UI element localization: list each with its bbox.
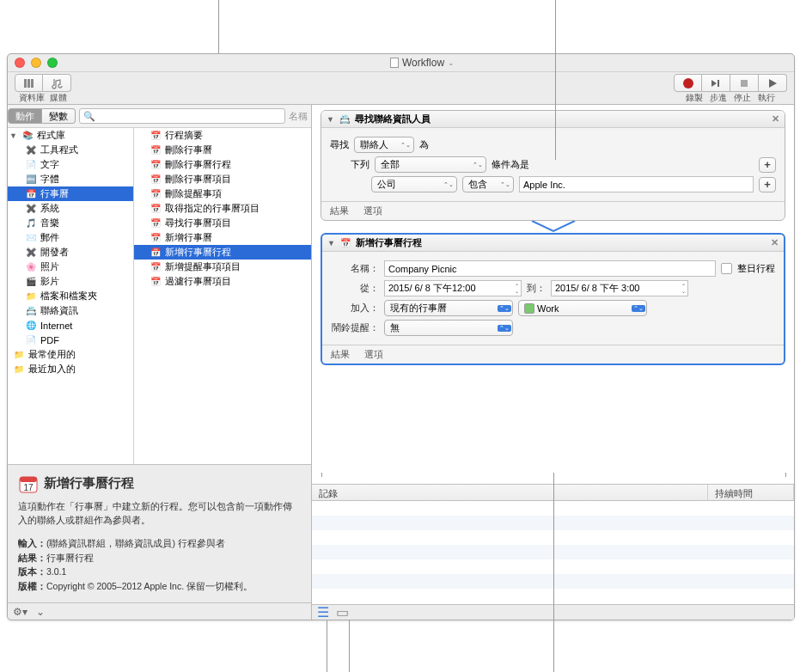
log-view-list-icon[interactable]: ☰ — [317, 604, 329, 620]
calendar-large-icon: 17 — [18, 473, 39, 494]
tab-actions[interactable]: 動作 — [8, 108, 42, 124]
category-files[interactable]: 📁檔案和檔案夾 — [8, 289, 133, 303]
scope-select[interactable]: 全部 — [375, 156, 486, 173]
calendar-icon: 📅 — [150, 188, 162, 200]
svg-rect-3 — [718, 80, 719, 87]
alarm-select[interactable]: 無 — [384, 320, 513, 336]
search-icon: 🔍 — [83, 111, 95, 122]
close-icon[interactable]: ✕ — [772, 113, 779, 125]
category-internet[interactable]: 🌐Internet — [8, 318, 133, 333]
calendar-icon: 📅 — [339, 237, 351, 249]
calendar-select[interactable]: Work — [518, 300, 647, 316]
action-find-contacts[interactable]: ▼ 📇 尋找聯絡資訊人員 ✕ 尋找 聯絡人 為 下列 — [321, 110, 785, 221]
action-item[interactable]: 📅新增行事曆 — [134, 230, 311, 245]
action-item[interactable]: 📅尋找行事曆項目 — [134, 216, 311, 230]
options-tab[interactable]: 選項 — [364, 349, 383, 359]
close-icon[interactable]: ✕ — [771, 237, 779, 248]
library-icon: 📚 — [21, 130, 34, 142]
log-view-grid-icon[interactable]: ▭ — [336, 604, 349, 620]
category-movies[interactable]: 🎬影片 — [8, 274, 133, 289]
category-utilities[interactable]: ✖️工具程式 — [8, 143, 133, 157]
find-target-select[interactable]: 聯絡人 — [354, 137, 414, 153]
category-developer[interactable]: ✖️開發者 — [8, 245, 133, 260]
library-root[interactable]: ▼ 📚 程式庫 — [8, 128, 133, 143]
action-item-selected[interactable]: 📅新增行事曆行程 — [134, 245, 311, 260]
svg-rect-6 — [20, 477, 37, 482]
disclosure-triangle-icon[interactable]: ▼ — [9, 131, 18, 140]
search-input[interactable]: 🔍 — [79, 108, 285, 124]
disclosure-icon[interactable]: ▼ — [327, 115, 334, 124]
collapse-icon[interactable]: ⌄ — [36, 606, 45, 618]
svg-rect-4 — [741, 80, 748, 87]
operator-select[interactable]: 包含 — [462, 176, 514, 192]
category-text[interactable]: 📄文字 — [8, 157, 133, 172]
add-condition-button[interactable]: + — [759, 157, 776, 173]
category-mail[interactable]: ✉️郵件 — [8, 230, 133, 245]
media-button[interactable] — [43, 74, 71, 92]
pdf-icon: 📄 — [25, 334, 37, 346]
calendar-icon: 📅 — [150, 232, 162, 244]
info-title: 新增行事曆行程 — [44, 475, 134, 492]
action-item[interactable]: 📅行程摘要 — [134, 128, 311, 143]
title-dropdown-icon[interactable]: ⌄ — [448, 58, 455, 67]
globe-icon: 🌐 — [25, 320, 37, 332]
results-tab[interactable]: 結果 — [331, 349, 350, 359]
library-label: 資料庫 — [19, 93, 45, 102]
category-fonts[interactable]: 🔤字體 — [8, 172, 133, 186]
field-select[interactable]: 公司 — [371, 176, 457, 192]
smart-folder-icon: 📁 — [13, 363, 25, 376]
recently-added[interactable]: 📁最近加入的 — [8, 362, 133, 376]
allday-checkbox[interactable] — [721, 263, 732, 274]
action-item[interactable]: 📅刪除提醒事項 — [134, 186, 311, 201]
action-item[interactable]: 📅新增提醒事項項目 — [134, 260, 311, 274]
tab-variables[interactable]: 變數 — [42, 108, 76, 124]
workflow-canvas[interactable]: ▼ 📇 尋找聯絡資訊人員 ✕ 尋找 聯絡人 為 下列 — [312, 105, 794, 484]
category-contacts[interactable]: 📇聯絡資訊 — [8, 303, 133, 318]
contacts-icon: 📇 — [25, 305, 37, 317]
disclosure-icon[interactable]: ▼ — [327, 239, 335, 247]
calendar-icon: 📅 — [150, 144, 162, 156]
text-icon: 📄 — [25, 159, 37, 171]
contacts-icon: 📇 — [339, 113, 351, 125]
options-tab[interactable]: 選項 — [363, 205, 382, 216]
addto-select[interactable]: 現有的行事曆 — [384, 300, 513, 316]
close-button[interactable] — [15, 58, 25, 68]
minimize-button[interactable] — [31, 58, 41, 68]
smart-folder-icon: 📁 — [13, 349, 25, 361]
toolbar: 資料庫 媒體 錄製步進停止執行 — [8, 72, 794, 105]
calendar-icon: 📅 — [150, 247, 162, 259]
calendar-icon: 📅 — [150, 130, 162, 142]
most-used[interactable]: 📁最常使用的 — [8, 347, 133, 362]
to-date-stepper[interactable]: 2015/ 6/ 8 下午 3:00 — [551, 280, 688, 296]
record-button[interactable] — [674, 74, 702, 92]
record-icon — [683, 78, 693, 89]
log-col-record[interactable]: 記錄 — [312, 485, 708, 500]
run-button[interactable] — [759, 74, 787, 92]
category-system[interactable]: ✖️系統 — [8, 201, 133, 216]
log-col-duration[interactable]: 持續時間 — [708, 485, 794, 500]
sidebar-footer: ⚙︎▾ ⌄ — [8, 602, 311, 620]
movie-icon: 🎬 — [25, 276, 37, 288]
calendar-icon: 📅 — [150, 276, 162, 288]
event-name-input[interactable] — [384, 260, 716, 277]
step-button[interactable] — [702, 74, 730, 92]
action-item[interactable]: 📅刪除行事曆 — [134, 143, 311, 157]
category-photos[interactable]: 🌸照片 — [8, 260, 133, 274]
stop-button[interactable] — [730, 74, 759, 92]
category-music[interactable]: 🎵音樂 — [8, 216, 133, 230]
library-button[interactable] — [15, 74, 43, 92]
action-new-calendar-event[interactable]: ▼ 📅 新增行事曆行程 ✕ 名稱： 整日行程 從： — [321, 233, 785, 365]
action-item[interactable]: 📅刪除行事曆行程 — [134, 157, 311, 172]
action-item[interactable]: 📅過濾行事曆項目 — [134, 274, 311, 289]
add-row-button[interactable]: + — [759, 177, 776, 192]
category-pdf[interactable]: 📄PDF — [8, 333, 133, 347]
action-item[interactable]: 📅刪除行事曆項目 — [134, 172, 311, 186]
zoom-button[interactable] — [47, 58, 58, 68]
results-tab[interactable]: 結果 — [330, 205, 349, 216]
value-input[interactable] — [519, 176, 754, 192]
category-calendar[interactable]: 📅行事曆 — [8, 186, 133, 201]
gear-menu-icon[interactable]: ⚙︎▾ — [13, 606, 27, 618]
from-date-stepper[interactable]: 2015/ 6/ 8 下午12:00 — [384, 280, 522, 296]
action-item[interactable]: 📅取得指定的行事曆項目 — [134, 201, 311, 216]
action-connector — [321, 221, 785, 233]
